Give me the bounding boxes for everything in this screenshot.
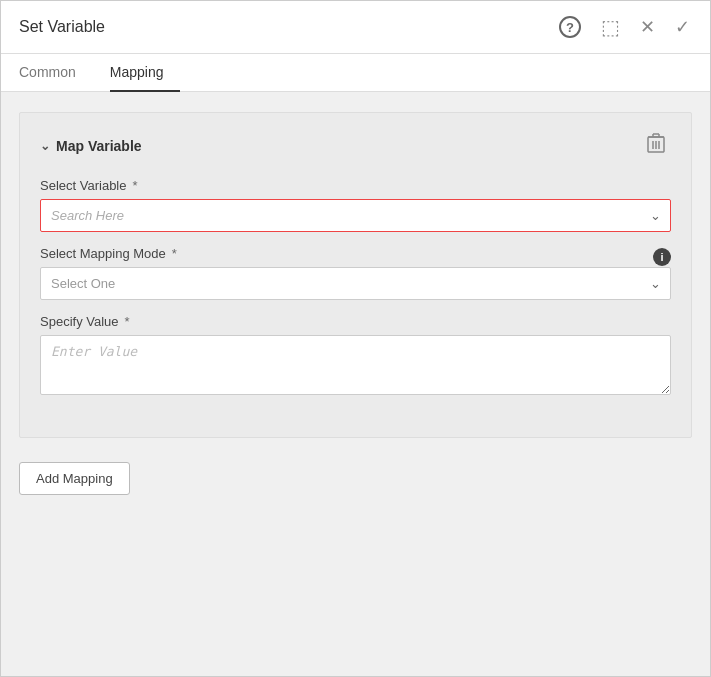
help-icon: ? [559,16,581,38]
specify-value-label: Specify Value * [40,314,671,329]
select-variable-input-wrapper: ⌄ [40,199,671,232]
specify-value-group: Specify Value * [40,314,671,399]
add-mapping-button[interactable]: Add Mapping [19,462,130,495]
expand-button[interactable]: ⬚ [599,13,622,41]
trash-icon [647,137,665,157]
expand-icon: ⬚ [601,15,620,39]
card-title-text: Map Variable [56,138,142,154]
dialog-body: ⌄ Map Variable [1,92,710,676]
specify-value-input[interactable] [40,335,671,395]
tabs-container: Common Mapping [1,54,710,92]
set-variable-dialog: Set Variable ? ⬚ ✕ ✓ Common Mapping [0,0,711,677]
select-mapping-mode-wrapper: Select One ⌄ [40,267,671,300]
select-mapping-mode-dropdown[interactable]: Select One [40,267,671,300]
tab-common[interactable]: Common [19,54,92,92]
select-mapping-label: Select Mapping Mode * [40,246,177,261]
confirm-icon: ✓ [675,16,690,38]
confirm-button[interactable]: ✓ [673,14,692,40]
mapping-card: ⌄ Map Variable [19,112,692,438]
tab-mapping[interactable]: Mapping [110,54,180,92]
close-icon: ✕ [640,16,655,38]
help-button[interactable]: ? [557,14,583,40]
select-mapping-mode-group: Select Mapping Mode * i Select One ⌄ [40,246,671,300]
card-header: ⌄ Map Variable [40,131,671,160]
header-icons: ? ⬚ ✕ ✓ [557,13,692,41]
collapse-chevron-icon[interactable]: ⌄ [40,139,50,153]
mapping-mode-info-icon[interactable]: i [653,248,671,266]
delete-mapping-button[interactable] [641,131,671,160]
add-mapping-button-container: Add Mapping [19,454,692,495]
card-title-group: ⌄ Map Variable [40,138,142,154]
dialog-title: Set Variable [19,18,105,36]
select-variable-group: Select Variable * ⌄ [40,178,671,232]
close-button[interactable]: ✕ [638,14,657,40]
select-variable-label: Select Variable * [40,178,671,193]
select-variable-input[interactable] [40,199,671,232]
dialog-header: Set Variable ? ⬚ ✕ ✓ [1,1,710,54]
